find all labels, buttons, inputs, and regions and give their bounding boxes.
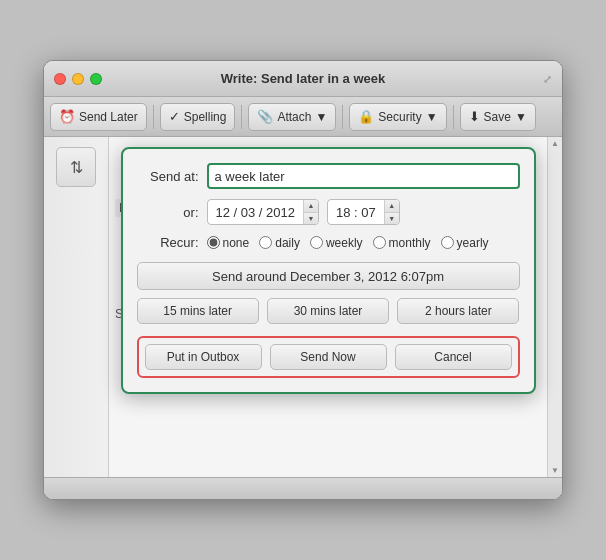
paperclip-icon: 📎	[257, 109, 273, 124]
recur-monthly-label: monthly	[389, 236, 431, 250]
recur-yearly[interactable]: yearly	[441, 236, 489, 250]
check-icon: ✓	[169, 109, 180, 124]
send-at-label: Send at:	[137, 169, 207, 184]
recur-monthly[interactable]: monthly	[373, 236, 431, 250]
attach-arrow-icon: ▼	[315, 110, 327, 124]
send-at-row: Send at:	[137, 163, 520, 189]
date-spinner-arrows: ▲ ▼	[303, 200, 318, 224]
time-spinner: 18 : 07 ▲ ▼	[327, 199, 400, 225]
security-arrow-icon: ▼	[426, 110, 438, 124]
send-now-button[interactable]: Send Now	[270, 344, 387, 370]
time-spinner-arrows: ▲ ▼	[384, 200, 399, 224]
spelling-label: Spelling	[184, 110, 227, 124]
toolbar: ⏰ Send Later ✓ Spelling 📎 Attach ▼ 🔒 Sec…	[44, 97, 562, 137]
save-label: Save	[484, 110, 511, 124]
time-up-arrow[interactable]: ▲	[385, 200, 399, 213]
scroll-down-arrow[interactable]: ▼	[551, 466, 559, 475]
separator-3	[342, 105, 343, 129]
time-value: 18 : 07	[328, 205, 384, 220]
main-window: Write: Send later in a week ⤢ ⏰ Send Lat…	[43, 60, 563, 500]
save-button[interactable]: ⬇ Save ▼	[460, 103, 536, 131]
date-spinner: 12 / 03 / 2012 ▲ ▼	[207, 199, 320, 225]
separator-2	[241, 105, 242, 129]
maximize-button[interactable]	[90, 73, 102, 85]
date-value: 12 / 03 / 2012	[208, 205, 304, 220]
titlebar: Write: Send later in a week ⤢	[44, 61, 562, 97]
send-preview-button[interactable]: Send around December 3, 2012 6:07pm	[137, 262, 520, 290]
date-up-arrow[interactable]: ▲	[304, 200, 318, 213]
recur-row: Recur: none daily	[137, 235, 520, 250]
or-row: or: 12 / 03 / 2012 ▲ ▼ 18 : 07 ▲	[137, 199, 520, 225]
recur-weekly-radio[interactable]	[310, 236, 323, 249]
separator-4	[453, 105, 454, 129]
main-content: Body Send Send at: or: 12 / 03 / 2012	[109, 137, 547, 477]
attach-button[interactable]: 📎 Attach ▼	[248, 103, 336, 131]
spelling-button[interactable]: ✓ Spelling	[160, 103, 236, 131]
left-sidebar: ⇅	[44, 137, 109, 477]
action-row: Put in Outbox Send Now Cancel	[137, 336, 520, 378]
send-later-label: Send Later	[79, 110, 138, 124]
cancel-button[interactable]: Cancel	[395, 344, 512, 370]
sidebar-toggle-button[interactable]: ⇅	[56, 147, 96, 187]
security-label: Security	[378, 110, 421, 124]
resize-icon: ⤢	[543, 72, 552, 85]
recur-daily[interactable]: daily	[259, 236, 300, 250]
content-area: ⇅ Body Send Send at: or: 12	[44, 137, 562, 477]
15-mins-button[interactable]: 15 mins later	[137, 298, 259, 324]
send-at-input[interactable]	[207, 163, 520, 189]
send-later-icon: ⏰	[59, 109, 75, 124]
recur-none-label: none	[223, 236, 250, 250]
window-title: Write: Send later in a week	[221, 71, 385, 86]
30-mins-button[interactable]: 30 mins later	[267, 298, 389, 324]
recur-radio-group: none daily weekly	[207, 236, 489, 250]
separator-1	[153, 105, 154, 129]
send-later-button[interactable]: ⏰ Send Later	[50, 103, 147, 131]
or-label: or:	[137, 205, 207, 220]
save-icon: ⬇	[469, 109, 480, 124]
time-down-arrow[interactable]: ▼	[385, 213, 399, 225]
recur-label: Recur:	[137, 235, 207, 250]
minimize-button[interactable]	[72, 73, 84, 85]
2-hours-button[interactable]: 2 hours later	[397, 298, 519, 324]
date-down-arrow[interactable]: ▼	[304, 213, 318, 225]
close-button[interactable]	[54, 73, 66, 85]
recur-yearly-radio[interactable]	[441, 236, 454, 249]
recur-none[interactable]: none	[207, 236, 250, 250]
right-scrollbar: ▲ ▼	[547, 137, 562, 477]
security-button[interactable]: 🔒 Security ▼	[349, 103, 446, 131]
bottom-bar	[44, 477, 562, 499]
traffic-lights	[54, 73, 102, 85]
attach-label: Attach	[277, 110, 311, 124]
recur-daily-radio[interactable]	[259, 236, 272, 249]
scroll-up-arrow[interactable]: ▲	[551, 139, 559, 148]
recur-monthly-radio[interactable]	[373, 236, 386, 249]
send-later-dialog: Send at: or: 12 / 03 / 2012 ▲ ▼	[121, 147, 536, 394]
dialog-overlay: Send at: or: 12 / 03 / 2012 ▲ ▼	[109, 137, 547, 477]
put-in-outbox-button[interactable]: Put in Outbox	[145, 344, 262, 370]
recur-yearly-label: yearly	[457, 236, 489, 250]
lock-icon: 🔒	[358, 109, 374, 124]
recur-weekly-label: weekly	[326, 236, 363, 250]
recur-daily-label: daily	[275, 236, 300, 250]
recur-none-radio[interactable]	[207, 236, 220, 249]
save-arrow-icon: ▼	[515, 110, 527, 124]
recur-weekly[interactable]: weekly	[310, 236, 363, 250]
quick-buttons: 15 mins later 30 mins later 2 hours late…	[137, 298, 520, 324]
